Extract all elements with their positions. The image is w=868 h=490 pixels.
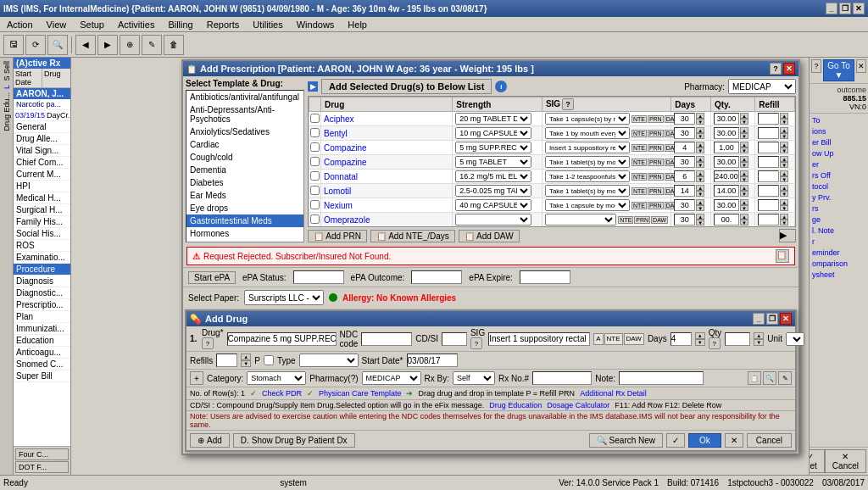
template-cough[interactable]: Cough/cold <box>186 151 303 164</box>
right-link-note[interactable]: l. Note <box>811 226 866 236</box>
template-cardiac[interactable]: Cardiac <box>186 138 303 151</box>
days-spinner[interactable]: ▲ ▼ <box>695 332 705 346</box>
med-row[interactable]: 03/19/15 DayCr... <box>14 110 70 121</box>
nav-immunization[interactable]: Immunizati... <box>14 323 70 335</box>
narcotic-row[interactable]: Narcotic pa... <box>14 99 70 110</box>
p-checkbox[interactable] <box>264 355 274 365</box>
cancel-right-btn[interactable]: ✕ <box>856 59 866 73</box>
toolbar-btn-6[interactable]: ⊕ <box>120 35 140 55</box>
prescription-dialog-close[interactable]: ✕ <box>783 63 795 75</box>
toolbar-btn-5[interactable]: ▶ <box>97 35 118 55</box>
cancel-inner-btn[interactable]: Cancel <box>747 433 792 448</box>
select-paper-dropdown[interactable]: Surscripts LLC - <box>244 290 324 305</box>
drug-row[interactable]: Lomotil 2.5-0.025 mg TABL Take 1 tablet(… <box>309 184 795 198</box>
drug-name-cell[interactable]: Compazine <box>321 141 453 155</box>
add-btn[interactable]: ⊕ Add <box>190 433 230 448</box>
menu-windows[interactable]: Windows <box>293 19 338 30</box>
unit-select[interactable] <box>786 332 804 346</box>
drug-checkbox-cell[interactable] <box>309 170 321 184</box>
toolbar-btn-8[interactable]: 🗑 <box>164 35 184 55</box>
dot-btn[interactable]: DOT F... <box>15 461 69 473</box>
drug-name-cell[interactable]: Aciphex <box>321 112 453 126</box>
show-drug-by-dx-btn[interactable]: D. Show Drug By Patient Dx <box>233 433 355 448</box>
template-hormones[interactable]: Hormones <box>186 227 303 240</box>
physician-care[interactable]: Physican Care Template <box>319 389 401 398</box>
right-link-rs-off[interactable]: rs Off <box>811 170 866 181</box>
sig-btn-daw[interactable]: DAW <box>624 333 644 345</box>
menu-view[interactable]: View <box>43 19 70 30</box>
help-btn-right[interactable]: ? <box>811 59 821 73</box>
template-eye-drops[interactable]: Eye drops <box>186 202 303 214</box>
cancel-outer-btn[interactable]: ✕ Cancel <box>825 449 866 473</box>
nav-education[interactable]: Education <box>14 335 70 347</box>
add-daw-btn[interactable]: 📋 Add DAW <box>459 230 520 242</box>
drug-education[interactable]: Drug Education <box>489 401 542 409</box>
nav-procedure[interactable]: Procedure <box>14 264 70 276</box>
refills-input[interactable] <box>216 354 237 367</box>
sig-btn-nte[interactable]: NTE <box>604 333 623 345</box>
menu-setup[interactable]: Setup <box>76 19 108 30</box>
nav-diagnostic[interactable]: Diagnostic... <box>14 287 70 299</box>
pharmacy2-select[interactable]: MEDICAP <box>362 371 421 385</box>
info-icon[interactable]: i <box>495 81 507 92</box>
add-drug-restore[interactable]: ❒ <box>766 313 778 325</box>
search-new-btn[interactable]: 🔍 Search New <box>589 433 663 448</box>
drug-name-cell[interactable]: Nexium <box>321 198 453 213</box>
start-epa-btn[interactable]: Start ePA <box>188 271 236 284</box>
drug-checkbox-cell[interactable] <box>309 198 321 213</box>
nav-current-meds[interactable]: Current M... <box>14 169 70 181</box>
right-link-er-bill[interactable]: er Bill <box>811 137 866 148</box>
days-input[interactable] <box>670 332 692 346</box>
right-link-to1[interactable]: To <box>811 115 866 125</box>
menu-action[interactable]: Action <box>3 19 36 30</box>
rx-no-input[interactable] <box>532 371 592 385</box>
drug-row[interactable]: Nexium 40 mg CAPSULE DF Take 1 capsule b… <box>309 198 795 213</box>
right-link-reminder[interactable]: eminder <box>811 248 866 258</box>
qty-input[interactable] <box>725 332 750 346</box>
nav-super-bill[interactable]: Super Bill <box>14 370 70 382</box>
set-btn[interactable]: ✓ Set <box>809 449 825 473</box>
right-link-er[interactable]: er <box>811 159 866 170</box>
minimize-btn[interactable]: _ <box>826 3 837 14</box>
nav-family-history[interactable]: Family His... <box>14 216 70 228</box>
days-down[interactable]: ▼ <box>695 339 705 346</box>
nav-ros[interactable]: ROS <box>14 240 70 252</box>
drug-checkbox-cell[interactable] <box>309 141 321 155</box>
drug-row[interactable]: Omeprazole NTE PRN DAW ▲ ▼ <box>309 213 795 227</box>
side-tab-drug-edu[interactable]: Drug Edu... <box>3 92 11 131</box>
right-link-r[interactable]: r <box>811 237 866 247</box>
drug-table-container[interactable]: Drug Strength SIG? Days Qty. Refill <box>308 96 796 227</box>
toolbar-btn-1[interactable]: 🖫 <box>3 35 24 55</box>
drug-checkbox-cell[interactable] <box>309 112 321 126</box>
cat-btn3[interactable]: ✎ <box>778 371 792 385</box>
nav-chief-complaint[interactable]: Chief Com... <box>14 157 70 169</box>
menu-activities[interactable]: Activities <box>114 19 158 30</box>
nav-snomed[interactable]: Snomed C... <box>14 359 70 370</box>
warning-detail-btn[interactable]: 📋 <box>776 249 789 263</box>
right-link-ge[interactable]: ge <box>811 214 866 225</box>
menu-help[interactable]: Help <box>344 19 370 30</box>
category-select[interactable]: Stomach <box>247 371 306 385</box>
side-tab-l[interactable]: L <box>3 85 11 89</box>
rx-by-select[interactable]: Self <box>453 371 495 385</box>
menu-billing[interactable]: Billing <box>164 19 196 30</box>
goto-btn[interactable]: Go To ▼ <box>823 59 854 81</box>
right-link-tocol[interactable]: tocol <box>811 181 866 192</box>
cdsi-input[interactable] <box>442 332 467 346</box>
qty-down[interactable]: ▼ <box>754 339 764 346</box>
add-nte-btn[interactable]: 📋 Add NTE_/Days <box>370 230 455 242</box>
right-link-y-prv[interactable]: y Prv. <box>811 192 866 203</box>
drug-checkbox-cell[interactable] <box>309 126 321 141</box>
qty-up[interactable]: ▲ <box>754 332 764 339</box>
add-prn-btn[interactable]: 📋 Add PRN <box>308 230 367 242</box>
add-selected-drugs-btn[interactable]: Add Selected Drug(s) to Below List <box>321 79 492 94</box>
ok-btn[interactable]: Ok <box>688 433 721 448</box>
template-antibiotics[interactable]: Antibiotics/antiviral/antifungal <box>186 91 303 103</box>
nav-prescription[interactable]: Prescriptio... <box>14 299 70 311</box>
close-btn[interactable]: ✕ <box>853 3 865 14</box>
cat-btn2[interactable]: 🔍 <box>763 371 776 385</box>
drug-name-cell[interactable]: Bentyl <box>321 126 453 141</box>
note-input[interactable] <box>619 371 704 385</box>
toolbar-btn-2[interactable]: ⟳ <box>25 35 46 55</box>
template-anxiolytics[interactable]: Anxiolytics/Sedatives <box>186 125 303 138</box>
